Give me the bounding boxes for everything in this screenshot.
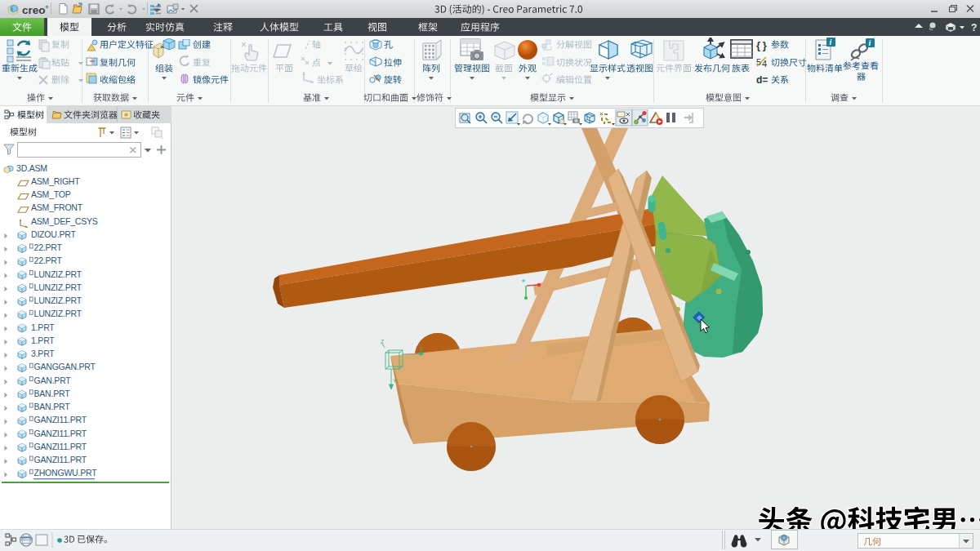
svg-text:d=: d= [756,74,768,85]
svg-text:X: X [420,346,424,352]
svg-text:creo: creo [22,4,46,16]
svg-text:Y: Y [393,378,397,384]
svg-text:?: ? [971,22,977,33]
svg-text:4: 4 [762,59,767,69]
svg-text:i: i [830,38,832,47]
svg-text:Z: Z [381,339,384,344]
svg-text:{ }: { } [756,39,767,51]
svg-text:i: i [869,38,871,47]
